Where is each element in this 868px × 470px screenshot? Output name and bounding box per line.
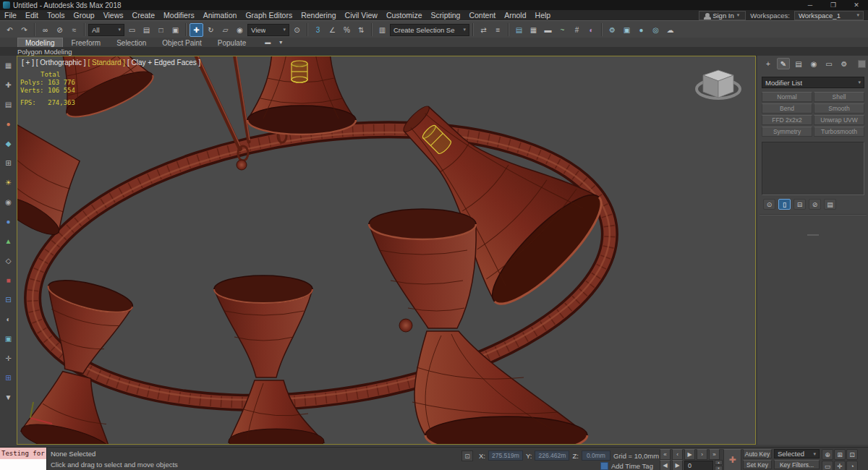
select-and-scale-icon[interactable]: ▱ (218, 23, 232, 37)
paint-deform-icon[interactable]: ▼ (2, 390, 15, 403)
menu-customize[interactable]: Customize (382, 11, 427, 20)
camera-icon[interactable]: ◉ (2, 195, 15, 208)
play-button[interactable]: ▶ (684, 449, 695, 460)
ribbon-tab-modeling[interactable]: Modeling (17, 38, 63, 47)
set-key-button[interactable]: Set Key (743, 460, 772, 469)
ribbon-tab-freeform[interactable]: Freeform (64, 38, 109, 47)
hierarchy-tab-icon[interactable]: ▤ (792, 58, 805, 69)
listener-script-row[interactable] (0, 459, 46, 470)
unlink-selection-icon[interactable]: ⊘ (53, 23, 67, 37)
reference-coordinate-dropdown[interactable]: View▾ (247, 24, 289, 36)
zoom-extents-icon[interactable]: ⊡ (846, 449, 858, 460)
teapot-render-icon[interactable]: ◆ (2, 137, 15, 150)
rectangular-selection-region-icon[interactable]: □ (154, 23, 168, 37)
use-pivot-point-center-icon[interactable]: ⊙ (290, 23, 304, 37)
pan-icon[interactable]: ✛ (834, 461, 846, 470)
y-coordinate-field[interactable]: 226.462m (535, 450, 569, 461)
selection-lock-toggle[interactable]: ⊡ (461, 450, 473, 461)
panel-dock-handle[interactable] (858, 60, 866, 68)
time-tag[interactable]: Add Time Tag (600, 462, 653, 470)
motion-tab-icon[interactable]: ◉ (807, 58, 820, 69)
percent-snap-icon[interactable]: % (340, 23, 354, 37)
ribbon-config-dropdown-icon[interactable]: ▾ (275, 38, 286, 47)
listener-macro-row[interactable]: Testing for (0, 448, 46, 459)
next-key-button[interactable]: ▶ (672, 460, 683, 470)
field-of-view-icon[interactable]: ◔ (846, 461, 858, 470)
viewport-canvas[interactable] (17, 56, 755, 444)
material-editor-icon[interactable]: ◐ (584, 23, 598, 37)
menu-graph-editors[interactable]: Graph Editors (241, 11, 297, 20)
menu-arnold[interactable]: Arnold (500, 11, 530, 20)
modify-tab-icon[interactable]: ✎ (777, 58, 790, 69)
geometry-icon[interactable]: ▲ (2, 234, 15, 247)
hierarchy-link-icon[interactable]: ⊟ (2, 293, 15, 306)
menu-edit[interactable]: Edit (21, 11, 43, 20)
go-to-end-button[interactable]: » (709, 449, 720, 460)
ribbon-tab-selection[interactable]: Selection (109, 38, 153, 47)
next-frame-button[interactable]: › (697, 449, 707, 460)
ribbon-tab-populate[interactable]: Populate (210, 38, 253, 47)
viewport-label-standard[interactable]: [ Standard ] (86, 59, 125, 67)
show-end-result-icon[interactable]: ▯ (778, 199, 791, 210)
material-sphere-icon[interactable]: ● (2, 117, 15, 130)
select-and-place-icon[interactable]: ◉ (233, 23, 247, 37)
light-icon[interactable]: ☀ (2, 176, 15, 189)
create-tab-icon[interactable]: + (762, 58, 775, 69)
menu-create[interactable]: Create (128, 11, 160, 20)
redo-icon[interactable]: ↷ (17, 23, 31, 37)
named-selection-set-dropdown[interactable]: Create Selection Se▾ (390, 24, 469, 36)
selection-filter-dropdown[interactable]: All▾ (88, 24, 124, 36)
key-filters-button[interactable]: Key Filters... (774, 460, 820, 469)
menu-civil-view[interactable]: Civil View (341, 11, 382, 20)
motion-icon[interactable]: ◐ (2, 312, 15, 325)
previous-key-button[interactable]: ◀ (660, 460, 671, 470)
frame-spinner-down-icon[interactable]: ▼ (715, 466, 723, 470)
modifier-set-button-smooth[interactable]: Smooth (814, 103, 864, 114)
curve-editor-icon[interactable]: ~ (556, 23, 569, 37)
auto-key-button[interactable]: Auto Key (743, 449, 772, 458)
scene-explorer-icon[interactable]: ▤ (512, 23, 526, 37)
remove-modifier-icon[interactable]: ⊘ (809, 199, 821, 210)
frame-spinner-up-icon[interactable]: ▲ (715, 460, 723, 465)
snaps-toggle-icon[interactable]: 3 (311, 23, 325, 37)
select-by-name-icon[interactable]: ▤ (140, 23, 153, 37)
scene-list-icon[interactable]: ▤ (2, 98, 15, 111)
key-selection-dropdown[interactable]: Selected ▾ (774, 449, 820, 458)
angle-snap-icon[interactable]: ∠ (326, 23, 339, 37)
zoom-region-icon[interactable]: ▭ (822, 461, 833, 470)
layer-explorer-icon[interactable]: ▦ (527, 23, 540, 37)
rendered-frame-window-icon[interactable]: ▣ (620, 23, 634, 37)
polygon-modeling-panel[interactable]: Polygon Modeling (17, 48, 72, 56)
select-object-icon[interactable]: ▭ (125, 23, 139, 37)
modifier-set-button-bend[interactable]: Bend (762, 103, 812, 114)
render-production-icon[interactable]: ● (634, 23, 648, 37)
viewport-layout-tab-icon[interactable]: ▦ (2, 59, 15, 72)
set-keys-button[interactable]: ✚ (723, 449, 741, 470)
display-monitor-icon[interactable]: ▣ (2, 332, 15, 345)
zoom-all-icon[interactable]: ⊞ (834, 449, 846, 460)
utilities-tab-icon[interactable]: ⚙ (838, 58, 851, 69)
frame-spinner[interactable]: ▲ ▼ (715, 460, 723, 470)
menu-group[interactable]: Group (69, 11, 99, 20)
align-icon[interactable]: ≡ (491, 23, 505, 37)
menu-scripting[interactable]: Scripting (427, 11, 465, 20)
z-coordinate-field[interactable]: 0.0mm (582, 450, 610, 461)
minimize-button[interactable]: ─ (799, 0, 822, 11)
current-frame-field[interactable]: 0 (684, 461, 713, 470)
menu-views[interactable]: Views (99, 11, 128, 20)
select-and-rotate-icon[interactable]: ↻ (204, 23, 218, 37)
undo-icon[interactable]: ↶ (3, 23, 17, 37)
modifier-set-button-turbosmooth[interactable]: Turbosmooth (814, 127, 864, 137)
modifier-stack-list[interactable] (762, 142, 864, 195)
ribbon-minimize-icon[interactable]: ▬ (262, 38, 273, 47)
mirror-icon[interactable]: ⇄ (477, 23, 490, 37)
sign-in-button[interactable]: Sign In ▾ (699, 11, 746, 20)
maximize-button[interactable]: ❐ (822, 0, 845, 11)
make-unique-icon[interactable]: ⊟ (793, 199, 806, 210)
modifier-set-button-normal[interactable]: Normal (762, 92, 812, 102)
axis-constraint-icon[interactable]: ✛ (2, 351, 15, 364)
menu-tools[interactable]: Tools (43, 11, 69, 20)
ribbon-toggle-icon[interactable]: ▬ (541, 23, 555, 37)
modifier-set-button-shell[interactable]: Shell (814, 92, 864, 102)
modifier-set-button-symmetry[interactable]: Symmetry (762, 127, 812, 137)
